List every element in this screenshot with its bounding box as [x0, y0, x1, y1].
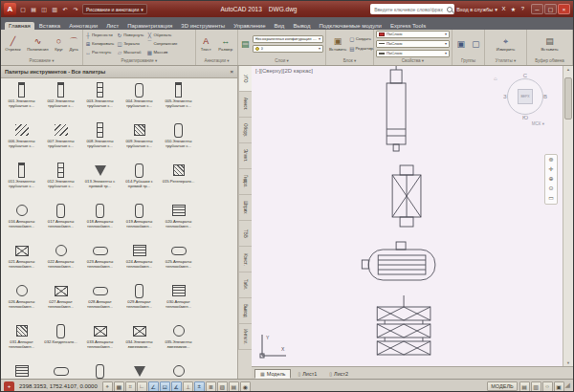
ribbon-tab-Express Tools[interactable]: Express Tools	[386, 22, 430, 30]
insert-block-tool[interactable]: ▣ Вставить	[328, 36, 347, 52]
ribbon-tab-Подключаемые модули[interactable]: Подключаемые модули	[316, 22, 386, 30]
palette-item[interactable]: 030.Аппарат теплообмен...	[159, 281, 198, 321]
create-block-tool[interactable]: ▢Создать	[349, 34, 371, 43]
palette-item[interactable]: 012.Элементы трубчатые с...	[41, 161, 80, 201]
lineweight-toggle[interactable]: ≣	[206, 381, 216, 392]
rotate-tool[interactable]: ↻Повернуть	[117, 31, 144, 39]
panel-label[interactable]: Блок ▾	[326, 57, 373, 65]
ribbon-tab-Параметризация[interactable]: Параметризация	[123, 22, 176, 30]
palette-item[interactable]: 021.Аппараты теплообмен...	[2, 241, 41, 281]
palette-item[interactable]: 033.Аппараты теплообмен...	[80, 321, 120, 361]
quick-view-drawings-icon[interactable]: ▥	[531, 381, 541, 392]
panel-label[interactable]: Редактирование ▾	[83, 57, 195, 65]
palette-item[interactable]: 029.Аппарат теплообмен...	[120, 281, 159, 321]
ribbon-tab-Вставка[interactable]: Вставка	[35, 22, 64, 30]
palette-item[interactable]: 038.Аппараты выпарные...	[80, 361, 120, 379]
workspace-switch-icon[interactable]: ☼	[542, 381, 553, 392]
new-file-icon[interactable]: ▢	[18, 4, 28, 14]
palette-item[interactable]: 039.Аппараты выпарные...	[120, 361, 159, 379]
orbit-icon[interactable]: ⊙	[548, 185, 553, 192]
palette-item[interactable]: 010.Элементы трубчатые с...	[159, 120, 198, 161]
palette-item[interactable]: 014.Рубашки с прямой тр...	[120, 161, 159, 201]
palette-tab-Гидро.[interactable]: Гидро.	[238, 169, 252, 195]
palette-tab-Вывод[interactable]: Вывод	[238, 298, 252, 324]
palette-item[interactable]: 020.Аппараты теплообмен...	[159, 201, 198, 241]
quick-properties-toggle[interactable]: ▤	[229, 381, 239, 392]
model-tab[interactable]: ▦ Модель	[254, 369, 291, 379]
palette-item[interactable]: 034.Элементы змеевиков...	[120, 321, 159, 361]
help-icon[interactable]: ?	[519, 6, 527, 12]
favorites-star-icon[interactable]: ★	[509, 6, 518, 12]
layer-properties-tool[interactable]: ▤	[240, 39, 251, 49]
palette-item[interactable]: 035.Элементы змеевиков...	[159, 321, 198, 361]
palette-item[interactable]: 040.Аппараты выпарные...	[159, 361, 198, 379]
ribbon-tab-Вывод[interactable]: Вывод	[289, 22, 314, 30]
palette-item[interactable]: 024.Аппараты теплообмен...	[120, 241, 159, 281]
palette-item[interactable]: 027.Аппарат теплообмен...	[41, 281, 80, 321]
linetype-dropdown[interactable]: ПоСлою ▾	[376, 40, 450, 48]
measure-tool[interactable]: ⌖ Измерить	[496, 36, 516, 52]
model-space-button[interactable]: МОДЕЛЬ	[487, 381, 517, 391]
compass-west-label[interactable]: З	[503, 94, 507, 99]
palette-tab-Элект.[interactable]: Элект.	[238, 143, 252, 169]
open-file-icon[interactable]: ▤	[29, 4, 38, 14]
pan-icon[interactable]: ✛	[548, 166, 553, 173]
panel-label[interactable]: Рисование ▾	[1, 57, 82, 65]
minimize-button[interactable]: ─	[531, 4, 543, 14]
mirror-tool[interactable]: ◫Зеркало	[117, 39, 144, 48]
palette-item[interactable]: 015.Регенерато...	[159, 161, 198, 201]
polyline-tool[interactable]: ∿ Полилиния	[26, 36, 49, 52]
palette-tab-Штрих[interactable]: Штрих	[238, 195, 252, 221]
panel-label[interactable]: Свойства ▾	[374, 57, 452, 65]
palette-item[interactable]: 025.Аппараты теплообмен...	[159, 241, 198, 281]
panel-label[interactable]: Аннотации ▾	[196, 57, 237, 65]
lineweight-dropdown[interactable]: ПоСлою ▾	[376, 50, 450, 57]
palette-item[interactable]: 001.Элементы трубчатые с...	[2, 80, 41, 120]
palette-item[interactable]: 009.Элементы трубчатые с...	[120, 120, 159, 161]
quick-view-layouts-icon[interactable]: ▤	[519, 381, 530, 392]
drawing-canvas[interactable]: [-][Сверху][2D каркас]	[252, 66, 573, 366]
viewcube-home-icon[interactable]: ⌂	[494, 76, 497, 81]
viewport-controls-label[interactable]: [-][Сверху][2D каркас]	[255, 68, 313, 74]
edit-block-tool[interactable]: ▤Редактир.	[349, 44, 371, 53]
save-icon[interactable]: ◫	[39, 4, 49, 14]
infer-constraints-toggle[interactable]: ⌖	[102, 381, 113, 392]
palette-item[interactable]: 031.Аппарат теплообмен...	[2, 321, 41, 361]
viewcube[interactable]: ⌂ ВЕРХ С Ю З В	[504, 76, 546, 118]
group-tool[interactable]: ▣	[455, 39, 466, 49]
ribbon-tab-Лист[interactable]: Лист	[102, 22, 122, 30]
palette-item[interactable]: 011.Элементы трубчатые с...	[2, 161, 41, 201]
panel-label[interactable]: Группы	[453, 57, 484, 65]
palette-item[interactable]: 004.Элементы трубчатые с...	[120, 80, 159, 120]
layout-tab-list1[interactable]: ▯ Лист1	[292, 369, 322, 379]
ribbon-tab-Главная[interactable]: Главная	[5, 22, 34, 30]
palette-item[interactable]: 028.Аппарат теплообмен...	[80, 281, 120, 321]
search-input[interactable]	[372, 6, 445, 13]
coordinates-readout[interactable]: 2398.3353, 1752.4107, 0.0000	[19, 383, 98, 389]
cleanscreen-icon[interactable]: ◢	[565, 381, 570, 392]
palette-item[interactable]: 016.Аппараты теплообмен...	[2, 201, 41, 241]
osnap-toggle[interactable]: ⊡	[160, 381, 170, 392]
palette-item[interactable]: 036.Элементы змеевиков...	[2, 361, 41, 379]
palette-tab-Табл.[interactable]: Табл.	[238, 272, 252, 298]
scroll-down-icon[interactable]: ▼	[566, 360, 570, 365]
ribbon-tab-3D инструменты[interactable]: 3D инструменты	[177, 22, 229, 30]
status-app-icon[interactable]: +	[4, 381, 14, 392]
dimension-tool[interactable]: ↔ Размер	[217, 36, 233, 52]
palette-item[interactable]: 026.Аппараты теплообмен...	[2, 281, 41, 321]
palette-tab-УГО[interactable]: УГО	[238, 66, 252, 92]
palette-tab-Аннот.[interactable]: Аннот.	[238, 92, 252, 118]
palette-item[interactable]: 005.Элементы трубчатые с...	[159, 80, 198, 120]
snap-toggle[interactable]: ▦	[114, 381, 124, 392]
palette-item[interactable]: 022.Аппараты теплообмен...	[41, 241, 80, 281]
paste-tool[interactable]: ▤ Вставить	[540, 36, 559, 52]
steering-wheel-icon[interactable]: ⊛	[548, 157, 553, 163]
dynamic-ucs-toggle[interactable]: ⊥	[183, 381, 193, 392]
copy-tool[interactable]: ⊞Копировать	[85, 39, 114, 48]
object-color-dropdown[interactable]: ПоСлою ▾	[376, 31, 450, 38]
ribbon-tab-Управление[interactable]: Управление	[230, 22, 269, 30]
scrollbar-thumb[interactable]	[564, 77, 572, 120]
selection-cycling-toggle[interactable]: ◉	[240, 381, 251, 392]
zoom-icon[interactable]: ⊕	[548, 176, 553, 183]
panel-label[interactable]: Буфер обмена	[527, 57, 572, 65]
